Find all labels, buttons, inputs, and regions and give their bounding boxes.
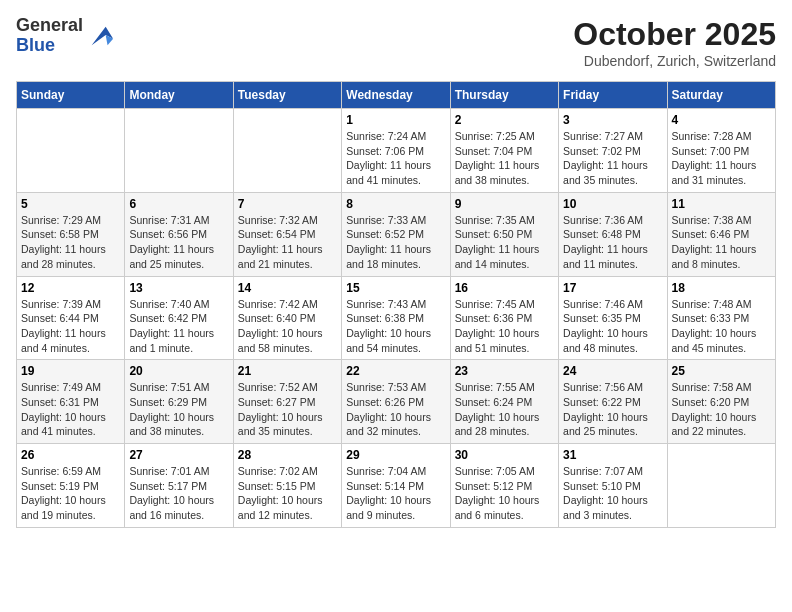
calendar-cell: 7Sunrise: 7:32 AM Sunset: 6:54 PM Daylig… [233, 192, 341, 276]
calendar-cell: 17Sunrise: 7:46 AM Sunset: 6:35 PM Dayli… [559, 276, 667, 360]
calendar-cell: 5Sunrise: 7:29 AM Sunset: 6:58 PM Daylig… [17, 192, 125, 276]
day-info: Sunrise: 7:55 AM Sunset: 6:24 PM Dayligh… [455, 380, 554, 439]
calendar-cell: 14Sunrise: 7:42 AM Sunset: 6:40 PM Dayli… [233, 276, 341, 360]
day-info: Sunrise: 6:59 AM Sunset: 5:19 PM Dayligh… [21, 464, 120, 523]
header-day: Thursday [450, 82, 558, 109]
day-info: Sunrise: 7:31 AM Sunset: 6:56 PM Dayligh… [129, 213, 228, 272]
day-info: Sunrise: 7:33 AM Sunset: 6:52 PM Dayligh… [346, 213, 445, 272]
day-number: 21 [238, 364, 337, 378]
day-info: Sunrise: 7:35 AM Sunset: 6:50 PM Dayligh… [455, 213, 554, 272]
calendar-cell: 11Sunrise: 7:38 AM Sunset: 6:46 PM Dayli… [667, 192, 775, 276]
header-row: SundayMondayTuesdayWednesdayThursdayFrid… [17, 82, 776, 109]
header-day: Monday [125, 82, 233, 109]
day-number: 20 [129, 364, 228, 378]
calendar-cell [233, 109, 341, 193]
logo-icon [87, 22, 115, 50]
day-info: Sunrise: 7:05 AM Sunset: 5:12 PM Dayligh… [455, 464, 554, 523]
title-area: October 2025 Dubendorf, Zurich, Switzerl… [573, 16, 776, 69]
day-number: 28 [238, 448, 337, 462]
day-number: 27 [129, 448, 228, 462]
day-info: Sunrise: 7:28 AM Sunset: 7:00 PM Dayligh… [672, 129, 771, 188]
logo-blue: Blue [16, 36, 83, 56]
day-number: 24 [563, 364, 662, 378]
day-number: 2 [455, 113, 554, 127]
day-info: Sunrise: 7:56 AM Sunset: 6:22 PM Dayligh… [563, 380, 662, 439]
calendar-cell [125, 109, 233, 193]
day-number: 31 [563, 448, 662, 462]
day-info: Sunrise: 7:51 AM Sunset: 6:29 PM Dayligh… [129, 380, 228, 439]
calendar-cell: 16Sunrise: 7:45 AM Sunset: 6:36 PM Dayli… [450, 276, 558, 360]
calendar-cell: 1Sunrise: 7:24 AM Sunset: 7:06 PM Daylig… [342, 109, 450, 193]
day-info: Sunrise: 7:45 AM Sunset: 6:36 PM Dayligh… [455, 297, 554, 356]
calendar-cell: 20Sunrise: 7:51 AM Sunset: 6:29 PM Dayli… [125, 360, 233, 444]
day-number: 14 [238, 281, 337, 295]
calendar-cell: 30Sunrise: 7:05 AM Sunset: 5:12 PM Dayli… [450, 444, 558, 528]
calendar-cell: 29Sunrise: 7:04 AM Sunset: 5:14 PM Dayli… [342, 444, 450, 528]
day-number: 23 [455, 364, 554, 378]
day-number: 29 [346, 448, 445, 462]
day-number: 7 [238, 197, 337, 211]
calendar-cell: 8Sunrise: 7:33 AM Sunset: 6:52 PM Daylig… [342, 192, 450, 276]
calendar-cell: 18Sunrise: 7:48 AM Sunset: 6:33 PM Dayli… [667, 276, 775, 360]
day-number: 18 [672, 281, 771, 295]
day-number: 12 [21, 281, 120, 295]
day-info: Sunrise: 7:36 AM Sunset: 6:48 PM Dayligh… [563, 213, 662, 272]
header-day: Friday [559, 82, 667, 109]
day-info: Sunrise: 7:58 AM Sunset: 6:20 PM Dayligh… [672, 380, 771, 439]
calendar-cell: 23Sunrise: 7:55 AM Sunset: 6:24 PM Dayli… [450, 360, 558, 444]
header-day: Saturday [667, 82, 775, 109]
day-info: Sunrise: 7:25 AM Sunset: 7:04 PM Dayligh… [455, 129, 554, 188]
day-number: 9 [455, 197, 554, 211]
day-info: Sunrise: 7:39 AM Sunset: 6:44 PM Dayligh… [21, 297, 120, 356]
day-info: Sunrise: 7:46 AM Sunset: 6:35 PM Dayligh… [563, 297, 662, 356]
day-info: Sunrise: 7:48 AM Sunset: 6:33 PM Dayligh… [672, 297, 771, 356]
day-info: Sunrise: 7:52 AM Sunset: 6:27 PM Dayligh… [238, 380, 337, 439]
day-info: Sunrise: 7:43 AM Sunset: 6:38 PM Dayligh… [346, 297, 445, 356]
calendar-cell: 27Sunrise: 7:01 AM Sunset: 5:17 PM Dayli… [125, 444, 233, 528]
day-number: 8 [346, 197, 445, 211]
day-info: Sunrise: 7:04 AM Sunset: 5:14 PM Dayligh… [346, 464, 445, 523]
header-day: Wednesday [342, 82, 450, 109]
calendar-cell: 10Sunrise: 7:36 AM Sunset: 6:48 PM Dayli… [559, 192, 667, 276]
calendar-cell: 3Sunrise: 7:27 AM Sunset: 7:02 PM Daylig… [559, 109, 667, 193]
day-info: Sunrise: 7:49 AM Sunset: 6:31 PM Dayligh… [21, 380, 120, 439]
calendar-cell: 2Sunrise: 7:25 AM Sunset: 7:04 PM Daylig… [450, 109, 558, 193]
header-day: Sunday [17, 82, 125, 109]
calendar-week: 12Sunrise: 7:39 AM Sunset: 6:44 PM Dayli… [17, 276, 776, 360]
day-number: 15 [346, 281, 445, 295]
calendar-week: 5Sunrise: 7:29 AM Sunset: 6:58 PM Daylig… [17, 192, 776, 276]
day-number: 30 [455, 448, 554, 462]
calendar-cell: 4Sunrise: 7:28 AM Sunset: 7:00 PM Daylig… [667, 109, 775, 193]
calendar-cell: 15Sunrise: 7:43 AM Sunset: 6:38 PM Dayli… [342, 276, 450, 360]
calendar-cell: 21Sunrise: 7:52 AM Sunset: 6:27 PM Dayli… [233, 360, 341, 444]
calendar-body: 1Sunrise: 7:24 AM Sunset: 7:06 PM Daylig… [17, 109, 776, 528]
day-number: 16 [455, 281, 554, 295]
day-info: Sunrise: 7:42 AM Sunset: 6:40 PM Dayligh… [238, 297, 337, 356]
calendar-cell: 26Sunrise: 6:59 AM Sunset: 5:19 PM Dayli… [17, 444, 125, 528]
day-number: 5 [21, 197, 120, 211]
day-number: 26 [21, 448, 120, 462]
day-number: 6 [129, 197, 228, 211]
calendar-cell: 31Sunrise: 7:07 AM Sunset: 5:10 PM Dayli… [559, 444, 667, 528]
day-info: Sunrise: 7:24 AM Sunset: 7:06 PM Dayligh… [346, 129, 445, 188]
day-number: 3 [563, 113, 662, 127]
day-info: Sunrise: 7:29 AM Sunset: 6:58 PM Dayligh… [21, 213, 120, 272]
calendar-cell: 25Sunrise: 7:58 AM Sunset: 6:20 PM Dayli… [667, 360, 775, 444]
calendar-table: SundayMondayTuesdayWednesdayThursdayFrid… [16, 81, 776, 528]
calendar-cell: 24Sunrise: 7:56 AM Sunset: 6:22 PM Dayli… [559, 360, 667, 444]
day-info: Sunrise: 7:02 AM Sunset: 5:15 PM Dayligh… [238, 464, 337, 523]
day-info: Sunrise: 7:32 AM Sunset: 6:54 PM Dayligh… [238, 213, 337, 272]
day-info: Sunrise: 7:53 AM Sunset: 6:26 PM Dayligh… [346, 380, 445, 439]
day-number: 22 [346, 364, 445, 378]
header-day: Tuesday [233, 82, 341, 109]
day-number: 1 [346, 113, 445, 127]
month-title: October 2025 [573, 16, 776, 53]
location: Dubendorf, Zurich, Switzerland [573, 53, 776, 69]
logo-general: General [16, 16, 83, 36]
calendar-cell: 22Sunrise: 7:53 AM Sunset: 6:26 PM Dayli… [342, 360, 450, 444]
calendar-cell [667, 444, 775, 528]
day-number: 13 [129, 281, 228, 295]
logo: General Blue [16, 16, 115, 56]
calendar-week: 1Sunrise: 7:24 AM Sunset: 7:06 PM Daylig… [17, 109, 776, 193]
calendar-cell: 28Sunrise: 7:02 AM Sunset: 5:15 PM Dayli… [233, 444, 341, 528]
